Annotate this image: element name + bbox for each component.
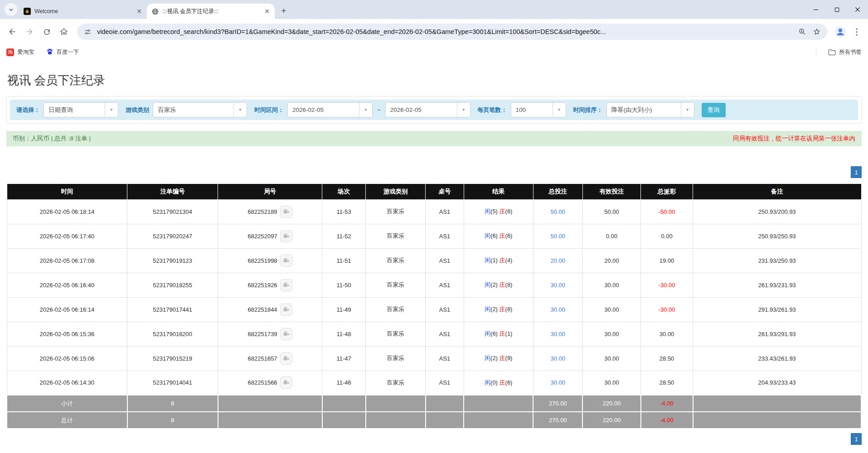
close-window-button[interactable] [847, 0, 868, 19]
cell-valid-bet: 20.00 [582, 248, 640, 273]
tab-close-icon[interactable]: ✕ [135, 7, 143, 15]
round-number: 682252189 [248, 208, 277, 215]
url-bar[interactable]: videoie.com/game/betrecord_search/kind3?… [77, 24, 827, 40]
cell-session: 11-53 [322, 199, 366, 224]
total-bet-link[interactable]: 50.00 [550, 208, 565, 215]
result-player-count: (2) [490, 306, 498, 313]
film-camera-icon [283, 282, 290, 289]
home-button[interactable] [56, 24, 72, 39]
profile-avatar-icon[interactable] [833, 24, 848, 39]
chevron-down-icon[interactable]: ▼ [233, 103, 247, 117]
forward-icon [25, 27, 34, 36]
game-kind-select[interactable]: 百家乐 ▼ [153, 102, 247, 117]
welcome-favicon-icon [24, 8, 31, 15]
maximize-button[interactable] [826, 0, 847, 19]
cell-time: 2026-02-05 06:16:40 [7, 273, 127, 297]
back-button[interactable] [5, 24, 20, 39]
reload-icon [43, 28, 51, 36]
cell-note: 261.93/231.93 [693, 273, 861, 297]
tab-search-button[interactable] [5, 3, 17, 16]
result-player: 闲 [485, 281, 490, 288]
total-bet-link[interactable]: 30.00 [550, 355, 565, 362]
video-replay-button[interactable] [280, 230, 292, 242]
cell-payout: -50.00 [641, 199, 693, 224]
video-replay-button[interactable] [280, 304, 292, 316]
page-number-button[interactable]: 1 [851, 433, 862, 445]
cell-table: AS1 [426, 297, 464, 322]
total-bet-link[interactable]: 30.00 [550, 306, 565, 313]
per-page-select[interactable]: 100 ▼ [511, 102, 566, 117]
film-camera-icon [283, 233, 290, 240]
cell-valid-bet: 50.00 [582, 199, 640, 224]
tab-welcome[interactable]: Welcome ✕ [19, 4, 147, 19]
time-sort-select[interactable]: 降幂(由大到小) ▼ [606, 102, 694, 117]
currency-summary-text: 币别：人民币 | 总共 :8 注单 | [13, 135, 91, 143]
site-settings-sliders-icon[interactable] [82, 27, 92, 37]
table-row: 2026-02-05 06:15:36 523179016200 6822517… [7, 322, 861, 346]
cell-game: 百家乐 [366, 224, 426, 248]
total-bet-link[interactable]: 30.00 [550, 331, 565, 337]
total-bet-link[interactable]: 50.00 [550, 233, 565, 240]
cell-note: 261.93/291.93 [693, 322, 861, 346]
chevron-down-icon[interactable]: ▼ [359, 103, 372, 117]
cell-table: AS1 [426, 371, 464, 395]
select-type-label: 请选择： [16, 106, 40, 114]
cell-total-bet: 30.00 [533, 346, 582, 371]
cell-table: AS1 [426, 199, 464, 224]
video-replay-button[interactable] [280, 255, 292, 267]
col-result: 结果 [464, 184, 533, 199]
round-number: 682251844 [248, 306, 277, 313]
forward-button[interactable] [22, 24, 37, 39]
video-replay-button[interactable] [280, 352, 292, 365]
result-banker-count: (8) [505, 281, 513, 288]
video-replay-button[interactable] [280, 279, 292, 291]
filter-container: 请选择： 日期查询 ▼ 游戏类别 百家乐 ▼ 时间区间： 2026-02-05 … [6, 96, 862, 124]
kebab-menu-icon[interactable] [850, 24, 863, 39]
new-tab-button[interactable]: + [277, 4, 290, 17]
video-replay-button[interactable] [280, 206, 292, 218]
cell-total-bet: 30.00 [533, 273, 582, 297]
cell-session: 11-52 [322, 224, 366, 248]
chevron-down-icon[interactable]: ▼ [105, 103, 118, 117]
total-bet-link[interactable]: 30.00 [550, 379, 565, 386]
col-round: 局号 [218, 184, 322, 199]
zoom-icon[interactable] [797, 27, 807, 37]
search-button[interactable]: 查询 [702, 103, 726, 117]
round-number: 682252097 [248, 233, 277, 240]
cell-result: 闲(1) 庄(4) [464, 248, 533, 273]
bookmark-taobao[interactable]: 淘 爱淘宝 [6, 48, 34, 56]
total-bet-link[interactable]: 20.00 [550, 257, 565, 264]
cell-note: 231.93/250.93 [693, 248, 861, 273]
page-number-button[interactable]: 1 [851, 166, 862, 178]
cell-total-bet: 50.00 [533, 224, 582, 248]
query-type-select[interactable]: 日期查询 ▼ [44, 102, 118, 117]
video-replay-button[interactable] [280, 376, 292, 389]
date-end-select[interactable]: 2026-02-05 ▼ [385, 102, 470, 117]
all-bookmarks-button[interactable]: 所有书签 [828, 48, 862, 56]
star-icon[interactable] [812, 27, 822, 37]
result-player: 闲 [485, 330, 490, 337]
total-bet-link[interactable]: 30.00 [550, 282, 565, 289]
time-sort-label: 时间排序： [573, 106, 603, 114]
tab-betrecord[interactable]: :::视讯 会员下注纪录::: ✕ [147, 4, 275, 19]
col-bet-id: 注单编号 [127, 184, 218, 199]
chevron-down-icon[interactable]: ▼ [553, 103, 566, 117]
time-sort-value: 降幂(由大到小) [607, 103, 681, 117]
video-replay-button[interactable] [280, 328, 292, 340]
reload-button[interactable] [39, 24, 54, 39]
cell-payout: 19.00 [641, 248, 693, 273]
game-kind-value: 百家乐 [153, 103, 233, 117]
minimize-button[interactable] [805, 0, 826, 19]
result-banker-count: (9) [505, 355, 513, 361]
cell-note: 250.93/200.93 [693, 199, 861, 224]
cell-game: 百家乐 [366, 371, 426, 395]
cell-session: 11-50 [322, 273, 366, 297]
result-banker-count: (1) [505, 330, 513, 337]
bookmark-baidu[interactable]: 百度一下 [46, 48, 79, 57]
cell-bet-id: 523179020247 [127, 224, 218, 248]
tab-close-icon[interactable]: ✕ [263, 7, 271, 15]
date-start-select[interactable]: 2026-02-05 ▼ [287, 102, 373, 117]
url-text[interactable]: videoie.com/game/betrecord_search/kind3?… [97, 28, 793, 35]
chevron-down-icon[interactable]: ▼ [681, 103, 694, 117]
chevron-down-icon[interactable]: ▼ [457, 103, 470, 117]
